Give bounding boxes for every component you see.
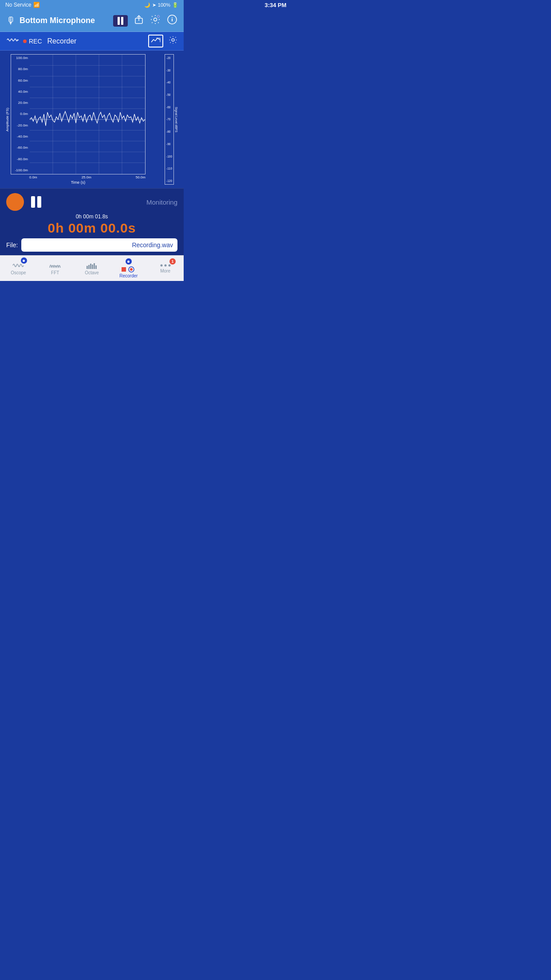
chart-container: 100.0m 80.0m 60.0m 40.0m 20.0m 0.0m -20.… bbox=[11, 54, 146, 174]
pause-control[interactable] bbox=[31, 196, 41, 208]
more-badge: 1 bbox=[169, 258, 176, 265]
chart-grid-svg bbox=[30, 55, 145, 174]
fft-label: FFT bbox=[51, 270, 59, 275]
rec-dot-tab bbox=[122, 267, 126, 272]
chart-y-axis: 100.0m 80.0m 60.0m 40.0m 20.0m 0.0m -20.… bbox=[11, 55, 30, 174]
toolbar: REC Recorder bbox=[0, 32, 184, 51]
time-elapsed-small: 0h 00m 01.8s bbox=[6, 213, 177, 220]
nav-title: Bottom Microphone bbox=[20, 16, 113, 25]
oscope-indicator bbox=[21, 257, 27, 264]
svg-rect-24 bbox=[87, 266, 88, 269]
pause-bar-right bbox=[37, 196, 41, 208]
svg-rect-27 bbox=[92, 265, 93, 269]
record-button[interactable] bbox=[6, 193, 24, 211]
chart-plot bbox=[30, 55, 145, 174]
octave-icon bbox=[86, 261, 98, 269]
svg-point-5 bbox=[158, 16, 159, 17]
tab-recorder[interactable]: Recorder bbox=[110, 256, 147, 281]
toolbar-gear-icon[interactable] bbox=[169, 36, 177, 47]
chart-x-title: Time (s) bbox=[11, 180, 146, 185]
rec-dot bbox=[23, 40, 27, 43]
chart-x-labels: 0.0m 25.0m 50.0m bbox=[11, 174, 146, 179]
vu-meter: -20 -30 -40 -50 -60 -70 -80 -90 -100 -11… bbox=[149, 54, 179, 185]
file-row: File: Recording.wav bbox=[6, 238, 177, 252]
pause-bar-1 bbox=[118, 17, 120, 25]
vu-y-title: Signal Level dBFS bbox=[175, 107, 178, 132]
gear-icon bbox=[150, 14, 161, 25]
status-right: 🌙 ➤ 100% 🔋 bbox=[144, 2, 178, 8]
fft-icon bbox=[49, 261, 61, 269]
pause-button[interactable] bbox=[113, 15, 128, 27]
chart-area: Amplitude (FS) 100.0m 80.0m 60.0m 40.0m … bbox=[4, 54, 146, 185]
chart-outer: Amplitude (FS) 100.0m 80.0m 60.0m 40.0m … bbox=[4, 54, 146, 185]
carrier-text: No Service bbox=[5, 2, 31, 8]
moon-icon: 🌙 bbox=[144, 2, 150, 8]
waveform-icon bbox=[6, 36, 19, 46]
y-axis-title: Amplitude (FS) bbox=[6, 107, 10, 131]
recorder-label-tab: Recorder bbox=[119, 273, 138, 278]
svg-point-8 bbox=[172, 17, 173, 18]
svg-point-32 bbox=[160, 265, 162, 267]
svg-rect-25 bbox=[88, 265, 90, 269]
location-icon: ➤ bbox=[152, 2, 156, 8]
wifi-icon: 📶 bbox=[33, 2, 40, 8]
pause-bar-left bbox=[31, 196, 35, 208]
tab-oscope[interactable]: Oscope bbox=[0, 256, 37, 281]
battery-text: 100% bbox=[158, 2, 170, 8]
svg-point-2 bbox=[154, 18, 157, 21]
more-icon bbox=[160, 263, 171, 268]
time-display: 0h 00m 01.8s 0h 00m 00.0s bbox=[6, 213, 177, 236]
battery-icon: 🔋 bbox=[172, 2, 178, 8]
recorder-icon bbox=[127, 266, 135, 273]
vu-labels: -20 -30 -40 -50 -60 -70 -80 -90 -100 -11… bbox=[165, 55, 173, 184]
svg-rect-26 bbox=[90, 264, 91, 269]
file-name: Recording.wav bbox=[132, 241, 173, 249]
monitoring-label: Monitoring bbox=[48, 198, 177, 206]
svg-point-9 bbox=[172, 39, 174, 41]
mic-icon: 🎙 bbox=[6, 15, 16, 27]
file-label: File: bbox=[6, 241, 18, 249]
info-icon bbox=[167, 14, 177, 25]
nav-actions bbox=[113, 14, 177, 28]
tab-bar: Oscope FFT Octave R bbox=[0, 255, 184, 281]
settings-button[interactable] bbox=[150, 14, 161, 28]
status-bar: No Service 📶 3:34 PM 🌙 ➤ 100% 🔋 bbox=[0, 0, 184, 10]
svg-rect-28 bbox=[94, 263, 95, 269]
octave-label: Octave bbox=[85, 270, 99, 275]
chart-icon[interactable] bbox=[148, 35, 163, 47]
status-left: No Service 📶 bbox=[5, 2, 40, 8]
nav-bar: 🎙 Bottom Microphone bbox=[0, 10, 184, 32]
svg-rect-29 bbox=[95, 265, 97, 269]
tab-fft[interactable]: FFT bbox=[37, 256, 74, 281]
svg-point-31 bbox=[130, 268, 133, 271]
vu-outer: -20 -30 -40 -50 -60 -70 -80 -90 -100 -11… bbox=[165, 54, 179, 185]
tab-more[interactable]: 1 More bbox=[147, 256, 184, 281]
vu-title-wrapper: Signal Level dBFS bbox=[174, 54, 179, 185]
pause-bar-2 bbox=[121, 17, 123, 25]
recorder-indicator bbox=[126, 258, 132, 265]
svg-point-34 bbox=[168, 265, 170, 267]
recorder-label: Recorder bbox=[47, 37, 148, 45]
oscope-label: Oscope bbox=[11, 270, 26, 275]
controls-section: Monitoring 0h 00m 01.8s 0h 00m 00.0s Fil… bbox=[0, 188, 184, 255]
toolbar-right bbox=[148, 35, 177, 47]
rec-text: REC bbox=[29, 38, 42, 45]
vu-container: -20 -30 -40 -50 -60 -70 -80 -90 -100 -11… bbox=[165, 54, 174, 185]
rec-indicator: REC bbox=[23, 38, 42, 45]
file-input[interactable]: Recording.wav bbox=[21, 238, 177, 252]
y-title-wrapper: Amplitude (FS) bbox=[4, 54, 11, 185]
share-button[interactable] bbox=[134, 15, 144, 27]
controls-top: Monitoring bbox=[6, 193, 177, 211]
svg-point-33 bbox=[164, 265, 166, 267]
main-content: Amplitude (FS) 100.0m 80.0m 60.0m 40.0m … bbox=[0, 51, 184, 188]
share-icon bbox=[134, 15, 144, 24]
tab-octave[interactable]: Octave bbox=[74, 256, 110, 281]
time-elapsed-large: 0h 00m 00.0s bbox=[6, 221, 177, 236]
more-label: More bbox=[160, 269, 170, 273]
info-button[interactable] bbox=[167, 14, 177, 28]
